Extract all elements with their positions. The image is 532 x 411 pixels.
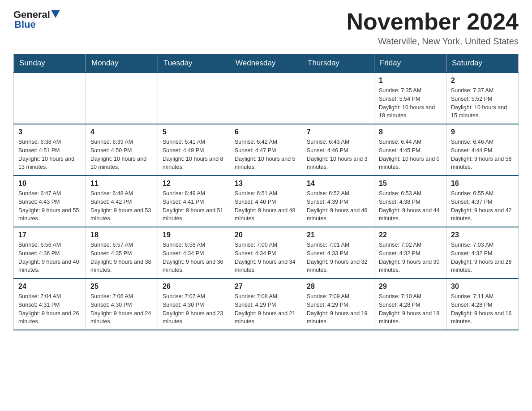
calendar-cell: 7Sunrise: 6:43 AMSunset: 4:46 PMDaylight… bbox=[302, 124, 374, 176]
day-number: 19 bbox=[163, 231, 225, 239]
day-info: Sunrise: 7:37 AMSunset: 5:52 PMDaylight:… bbox=[451, 86, 514, 120]
calendar-cell: 14Sunrise: 6:52 AMSunset: 4:39 PMDayligh… bbox=[302, 176, 374, 227]
day-number: 21 bbox=[307, 231, 369, 239]
day-number: 12 bbox=[163, 180, 225, 188]
day-info: Sunrise: 6:55 AMSunset: 4:37 PMDaylight:… bbox=[451, 189, 514, 223]
day-number: 17 bbox=[18, 231, 81, 239]
logo: General Blue bbox=[13, 9, 60, 30]
calendar-weekday-friday: Friday bbox=[374, 54, 446, 73]
day-number: 13 bbox=[235, 180, 297, 188]
day-info: Sunrise: 7:10 AMSunset: 4:28 PMDaylight:… bbox=[379, 292, 442, 326]
calendar-table: SundayMondayTuesdayWednesdayThursdayFrid… bbox=[13, 54, 519, 330]
calendar-cell: 6Sunrise: 6:42 AMSunset: 4:47 PMDaylight… bbox=[230, 124, 302, 176]
day-info: Sunrise: 6:43 AMSunset: 4:46 PMDaylight:… bbox=[307, 138, 369, 171]
day-info: Sunrise: 6:57 AMSunset: 4:35 PMDaylight:… bbox=[90, 241, 153, 274]
day-info: Sunrise: 7:08 AMSunset: 4:29 PMDaylight:… bbox=[235, 292, 297, 326]
calendar-weekday-wednesday: Wednesday bbox=[230, 54, 302, 73]
calendar-cell: 28Sunrise: 7:09 AMSunset: 4:29 PMDayligh… bbox=[302, 278, 374, 330]
day-number: 8 bbox=[379, 128, 442, 136]
logo-text-blue: Blue bbox=[14, 19, 36, 30]
day-info: Sunrise: 7:04 AMSunset: 4:31 PMDaylight:… bbox=[18, 292, 81, 326]
calendar-cell: 9Sunrise: 6:46 AMSunset: 4:44 PMDaylight… bbox=[446, 124, 519, 176]
day-number: 25 bbox=[90, 283, 153, 291]
day-info: Sunrise: 7:06 AMSunset: 4:30 PMDaylight:… bbox=[90, 292, 153, 326]
calendar-cell: 17Sunrise: 6:56 AMSunset: 4:36 PMDayligh… bbox=[14, 227, 86, 278]
calendar-cell: 8Sunrise: 6:44 AMSunset: 4:45 PMDaylight… bbox=[374, 124, 446, 176]
calendar-weekday-sunday: Sunday bbox=[14, 54, 86, 73]
calendar-cell: 25Sunrise: 7:06 AMSunset: 4:30 PMDayligh… bbox=[86, 278, 158, 330]
day-info: Sunrise: 7:03 AMSunset: 4:32 PMDaylight:… bbox=[451, 241, 514, 274]
calendar-cell: 23Sunrise: 7:03 AMSunset: 4:32 PMDayligh… bbox=[446, 227, 519, 278]
day-info: Sunrise: 6:53 AMSunset: 4:38 PMDaylight:… bbox=[379, 189, 442, 223]
day-info: Sunrise: 7:01 AMSunset: 4:33 PMDaylight:… bbox=[307, 241, 369, 274]
calendar-cell: 26Sunrise: 7:07 AMSunset: 4:30 PMDayligh… bbox=[158, 278, 230, 330]
day-info: Sunrise: 6:46 AMSunset: 4:44 PMDaylight:… bbox=[451, 138, 514, 171]
calendar-cell: 5Sunrise: 6:41 AMSunset: 4:49 PMDaylight… bbox=[158, 124, 230, 176]
calendar-cell: 20Sunrise: 7:00 AMSunset: 4:34 PMDayligh… bbox=[230, 227, 302, 278]
calendar-weekday-thursday: Thursday bbox=[302, 54, 374, 73]
calendar-cell: 22Sunrise: 7:02 AMSunset: 4:32 PMDayligh… bbox=[374, 227, 446, 278]
day-number: 28 bbox=[307, 283, 369, 291]
day-number: 14 bbox=[307, 180, 369, 188]
calendar-cell: 19Sunrise: 6:58 AMSunset: 4:34 PMDayligh… bbox=[158, 227, 230, 278]
day-info: Sunrise: 7:07 AMSunset: 4:30 PMDaylight:… bbox=[163, 292, 225, 326]
calendar-cell: 27Sunrise: 7:08 AMSunset: 4:29 PMDayligh… bbox=[230, 278, 302, 330]
calendar-cell: 3Sunrise: 6:38 AMSunset: 4:51 PMDaylight… bbox=[14, 124, 86, 176]
day-number: 10 bbox=[18, 180, 81, 188]
day-number: 24 bbox=[18, 283, 81, 291]
calendar-cell: 4Sunrise: 6:39 AMSunset: 4:50 PMDaylight… bbox=[86, 124, 158, 176]
day-info: Sunrise: 7:00 AMSunset: 4:34 PMDaylight:… bbox=[235, 241, 297, 274]
day-info: Sunrise: 6:44 AMSunset: 4:45 PMDaylight:… bbox=[379, 138, 442, 171]
calendar-cell: 30Sunrise: 7:11 AMSunset: 4:28 PMDayligh… bbox=[446, 278, 519, 330]
calendar-cell bbox=[158, 73, 230, 124]
calendar-cell: 21Sunrise: 7:01 AMSunset: 4:33 PMDayligh… bbox=[302, 227, 374, 278]
calendar-weekday-tuesday: Tuesday bbox=[158, 54, 230, 73]
day-number: 26 bbox=[163, 283, 225, 291]
calendar-week-row: 24Sunrise: 7:04 AMSunset: 4:31 PMDayligh… bbox=[14, 278, 519, 330]
day-number: 22 bbox=[379, 231, 442, 239]
day-info: Sunrise: 6:42 AMSunset: 4:47 PMDaylight:… bbox=[235, 138, 297, 171]
calendar-cell: 12Sunrise: 6:49 AMSunset: 4:41 PMDayligh… bbox=[158, 176, 230, 227]
day-info: Sunrise: 6:58 AMSunset: 4:34 PMDaylight:… bbox=[163, 241, 225, 274]
calendar-cell: 10Sunrise: 6:47 AMSunset: 4:43 PMDayligh… bbox=[14, 176, 86, 227]
day-info: Sunrise: 7:09 AMSunset: 4:29 PMDaylight:… bbox=[307, 292, 369, 326]
day-number: 11 bbox=[90, 180, 153, 188]
calendar-weekday-saturday: Saturday bbox=[446, 54, 519, 73]
day-info: Sunrise: 6:39 AMSunset: 4:50 PMDaylight:… bbox=[90, 138, 153, 171]
day-info: Sunrise: 7:11 AMSunset: 4:28 PMDaylight:… bbox=[451, 292, 514, 326]
calendar-cell bbox=[14, 73, 86, 124]
day-number: 18 bbox=[90, 231, 153, 239]
calendar-cell: 15Sunrise: 6:53 AMSunset: 4:38 PMDayligh… bbox=[374, 176, 446, 227]
calendar-week-row: 17Sunrise: 6:56 AMSunset: 4:36 PMDayligh… bbox=[14, 227, 519, 278]
day-info: Sunrise: 6:51 AMSunset: 4:40 PMDaylight:… bbox=[235, 189, 297, 223]
day-number: 27 bbox=[235, 283, 297, 291]
calendar-weekday-monday: Monday bbox=[86, 54, 158, 73]
calendar-cell: 16Sunrise: 6:55 AMSunset: 4:37 PMDayligh… bbox=[446, 176, 519, 227]
calendar-cell: 18Sunrise: 6:57 AMSunset: 4:35 PMDayligh… bbox=[86, 227, 158, 278]
calendar-cell bbox=[302, 73, 374, 124]
day-info: Sunrise: 6:38 AMSunset: 4:51 PMDaylight:… bbox=[18, 138, 81, 171]
location-subtitle: Waterville, New York, United States bbox=[347, 36, 519, 47]
page-header: General Blue November 2024 Waterville, N… bbox=[13, 9, 519, 47]
calendar-cell: 13Sunrise: 6:51 AMSunset: 4:40 PMDayligh… bbox=[230, 176, 302, 227]
day-info: Sunrise: 7:02 AMSunset: 4:32 PMDaylight:… bbox=[379, 241, 442, 274]
day-number: 4 bbox=[90, 128, 153, 136]
day-number: 20 bbox=[235, 231, 297, 239]
day-number: 29 bbox=[379, 283, 442, 291]
calendar-cell bbox=[230, 73, 302, 124]
calendar-cell: 2Sunrise: 7:37 AMSunset: 5:52 PMDaylight… bbox=[446, 73, 519, 124]
day-info: Sunrise: 6:52 AMSunset: 4:39 PMDaylight:… bbox=[307, 189, 369, 223]
calendar-header-row: SundayMondayTuesdayWednesdayThursdayFrid… bbox=[14, 54, 519, 73]
day-info: Sunrise: 7:35 AMSunset: 5:54 PMDaylight:… bbox=[379, 86, 442, 120]
day-number: 23 bbox=[451, 231, 514, 239]
calendar-week-row: 10Sunrise: 6:47 AMSunset: 4:43 PMDayligh… bbox=[14, 176, 519, 227]
day-number: 5 bbox=[163, 128, 225, 136]
calendar-cell bbox=[86, 73, 158, 124]
day-number: 30 bbox=[451, 283, 514, 291]
day-number: 3 bbox=[18, 128, 81, 136]
day-info: Sunrise: 6:49 AMSunset: 4:41 PMDaylight:… bbox=[163, 189, 225, 223]
day-number: 15 bbox=[379, 180, 442, 188]
calendar-cell: 29Sunrise: 7:10 AMSunset: 4:28 PMDayligh… bbox=[374, 278, 446, 330]
month-title: November 2024 bbox=[347, 9, 519, 34]
calendar-cell: 24Sunrise: 7:04 AMSunset: 4:31 PMDayligh… bbox=[14, 278, 86, 330]
